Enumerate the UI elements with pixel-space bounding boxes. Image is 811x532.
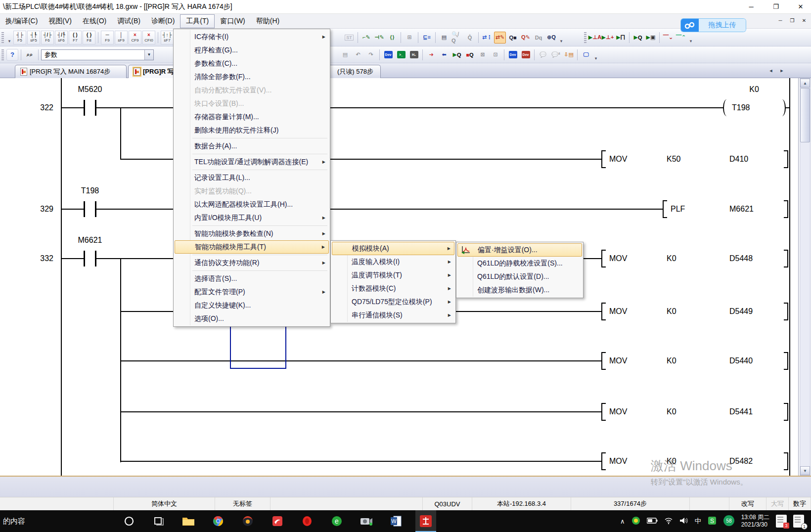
file-explorer-icon[interactable]	[178, 510, 199, 532]
word-icon[interactable]: W	[386, 510, 406, 532]
zoom-icon[interactable]: ⊕Q	[545, 32, 557, 44]
menu-item-tel-function[interactable]: TEL功能设置/通过调制解调器连接(E)	[175, 155, 329, 169]
menu-online[interactable]: 在线(O)	[77, 15, 112, 28]
menu-item-temp-input-module[interactable]: 温度输入模块(I)	[332, 255, 454, 268]
find-replace-icon[interactable]: Q✎	[520, 32, 532, 44]
menu-item-logging-config-tool[interactable]: 记录设置工具(L)...	[175, 171, 329, 184]
speaker-icon[interactable]	[679, 517, 688, 526]
menu-item-q61ld-static-calibration[interactable]: Q61LD的静载校准设置(S)...	[457, 257, 582, 270]
inline-st-icon[interactable]: ⊑≡	[421, 32, 433, 44]
menu-item-serial-comm-module[interactable]: 串行通信模块(S)	[332, 309, 454, 322]
edit-contact-icon[interactable]: ⊣✎	[373, 32, 385, 44]
export-icon[interactable]: ⇩▤	[563, 49, 575, 61]
minimize-button[interactable]: ─	[745, 1, 758, 11]
help-icon[interactable]: ?	[6, 49, 18, 61]
toolbar-grip[interactable]	[584, 32, 586, 43]
gx-works2-taskbar-icon[interactable]	[415, 510, 436, 532]
menu-item-ethernet-adapter-tool[interactable]: 以太网适配器模块设置工具(H)...	[175, 198, 329, 211]
redo-icon[interactable]: ↷	[365, 49, 377, 61]
monitor-write-icon[interactable]: ▶⊥+	[602, 32, 614, 44]
menu-item-delete-unused-comments[interactable]: 删除未使用的软元件注释(J)	[175, 124, 329, 137]
verify-icon[interactable]: ⊠	[477, 49, 489, 61]
ime-indicator[interactable]: 中	[695, 517, 701, 526]
menu-view[interactable]: 视图(V)	[43, 15, 77, 28]
device-batch-monitor-icon[interactable]: ▶Q	[632, 32, 644, 44]
read-from-plc-icon[interactable]: ⬅	[438, 49, 450, 61]
wifi-icon[interactable]	[664, 517, 673, 526]
find-target-combobox[interactable]: 参数 ▼	[41, 49, 154, 60]
sogou-input-icon[interactable]: S	[708, 516, 717, 527]
device-register-icon[interactable]: Dev	[520, 49, 532, 61]
tab-scroll-right-icon[interactable]: ►	[777, 66, 786, 75]
menu-item-analog-module[interactable]: 模拟模块(A)	[332, 242, 454, 255]
menu-item-temp-control-module[interactable]: 温度调节模块(T)	[332, 268, 454, 282]
tab-prg-main[interactable]: [PRG]R 写入 MAIN 16874步	[15, 65, 127, 78]
menu-item-merge-data[interactable]: 数据合并(A)...	[175, 139, 329, 153]
menu-item-ic-memory-card[interactable]: IC存储卡(I)	[175, 30, 329, 44]
taskbar-clock[interactable]: 13:08 周二 2021/3/30	[741, 514, 769, 529]
menu-diagnostics[interactable]: 诊断(D)	[146, 15, 180, 28]
menu-item-options[interactable]: 选项(O)...	[175, 312, 329, 325]
find-binoculars-icon[interactable]: ⌕⌕	[24, 49, 36, 61]
menu-item-customize-shortcut[interactable]: 自定义快捷键(K)...	[175, 299, 329, 312]
menu-item-program-check[interactable]: 程序检查(G)...	[175, 44, 329, 57]
menu-item-intelligent-module-tool[interactable]: 智能功能模块用工具(T)	[175, 240, 329, 254]
contact-t198[interactable]	[84, 201, 96, 217]
edit-coil-icon[interactable]: ⌐✎	[360, 32, 372, 44]
action-center-icon[interactable]: 1	[793, 515, 804, 528]
menu-item-select-language[interactable]: 选择语言(S)...	[175, 272, 329, 285]
red-app-icon[interactable]	[267, 510, 288, 532]
wave-monitor-icon[interactable]: ⎺⌃	[675, 32, 687, 44]
menu-item-profile-management[interactable]: 配置文件管理(P)	[175, 285, 329, 299]
remote-operation-icon[interactable]: ⊡	[490, 49, 501, 61]
menu-item-create-wave-output-data[interactable]: 创建波形输出数据(W)...	[457, 283, 582, 297]
task-view-icon[interactable]	[148, 510, 169, 532]
device-monitor-icon[interactable]: Dev	[507, 49, 519, 61]
watch-window-icon[interactable]: ▶▣	[645, 32, 657, 44]
menu-item-clear-all-parameters[interactable]: 清除全部参数(F)...	[175, 70, 329, 84]
parallel-closed-contact-button[interactable]: ┤/┞sF6	[55, 31, 68, 44]
notification-doc-icon[interactable]: 3	[776, 515, 787, 528]
menu-item-parameter-check[interactable]: 参数检查(C)...	[175, 57, 329, 70]
horizontal-line-button[interactable]: ─F9	[101, 31, 114, 44]
ladder-edit-cursor[interactable]	[230, 325, 286, 369]
trend-monitor-icon[interactable]: ⎺⌄	[662, 32, 674, 44]
toolbar-grip[interactable]	[1, 49, 4, 60]
contact-m5620[interactable]	[84, 100, 96, 116]
paste-icon[interactable]: ▤	[339, 49, 351, 61]
monitor-mode-icon[interactable]: ▶Q	[451, 49, 463, 61]
monitor-start-icon[interactable]: ▶⊥A	[589, 32, 601, 44]
parallel-open-contact-button[interactable]: ┤┞sF5	[27, 31, 40, 44]
closed-contact-button[interactable]: ┤/├F6	[41, 31, 54, 44]
tray-green-app-icon[interactable]	[631, 516, 640, 527]
monitor-stop-icon[interactable]: ■Q	[464, 49, 476, 61]
menu-window[interactable]: 窗口(W)	[215, 15, 251, 28]
toolbar-overflow-icon[interactable]: ▾	[6, 32, 12, 44]
vertical-scrollbar[interactable]: ▲ ▼	[800, 78, 811, 476]
close-button[interactable]: ✕	[794, 1, 807, 11]
find-note-icon[interactable]: Q̊	[464, 32, 476, 44]
undo-icon[interactable]: ↶	[352, 49, 364, 61]
application-instruction-button[interactable]: { }F8	[83, 31, 95, 44]
scrollbar-thumb[interactable]	[800, 88, 810, 142]
toolbar-overflow-icon[interactable]: ▾	[558, 32, 564, 44]
toolbar-overflow-icon[interactable]: ▾	[593, 49, 599, 61]
statement-display-icon[interactable]: 💬²	[550, 49, 562, 61]
menu-item-q61ld-default-setting[interactable]: Q61LD的默认设置(D)...	[457, 270, 582, 283]
menu-item-memory-capacity-calc[interactable]: 存储器容量计算(M)...	[175, 110, 329, 124]
find-statement-icon[interactable]: 🔍̸Q	[451, 32, 463, 44]
rising-pulse-button[interactable]: ┤↑├sF7	[161, 31, 174, 44]
pulse-monitor-icon[interactable]: ▶⨅	[615, 32, 627, 44]
delete-horizontal-line-button[interactable]: ×CF9	[129, 31, 141, 44]
tray-chevron-icon[interactable]: ∧	[620, 518, 625, 525]
chevron-down-icon[interactable]: ▼	[144, 50, 153, 60]
tab-scroll-left-icon[interactable]: ◄	[766, 66, 775, 75]
restore-button[interactable]: ❐	[769, 1, 782, 11]
menu-convert-compile[interactable]: 换/编译(C)	[0, 15, 43, 28]
statement-list-icon[interactable]: ▤	[438, 32, 450, 44]
device-skip-icon[interactable]: H₂	[408, 49, 420, 61]
scroll-up-icon[interactable]: ▲	[800, 79, 810, 88]
device-display-icon[interactable]: Dev	[382, 49, 394, 61]
menu-item-intelligent-module-param-check[interactable]: 智能功能模块参数检查(N)	[175, 227, 329, 240]
monitor-window-icon[interactable]: 🖵	[580, 49, 592, 61]
